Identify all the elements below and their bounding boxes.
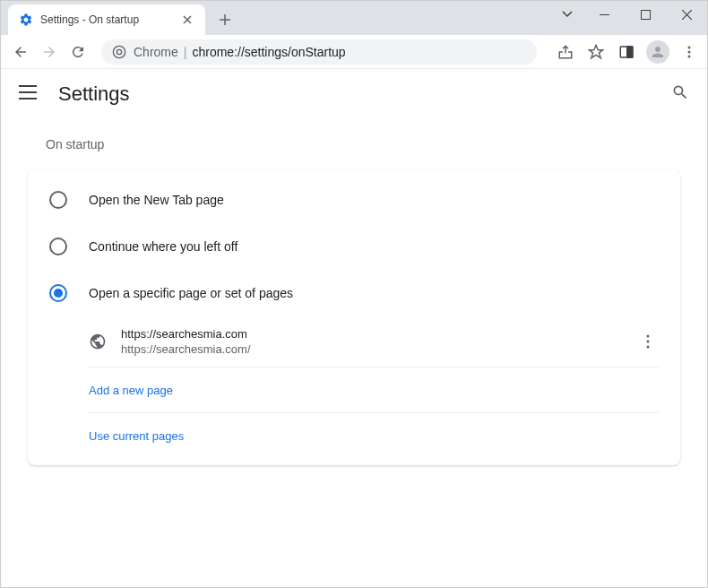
svg-rect-1: [641, 10, 650, 19]
chrome-icon: [112, 45, 126, 59]
hamburger-menu-icon[interactable]: [19, 85, 40, 103]
page-title: Settings: [58, 82, 130, 106]
startup-card: Open the New Tab page Continue where you…: [28, 169, 680, 465]
settings-gear-icon: [19, 13, 33, 27]
svg-point-10: [647, 341, 650, 343]
radio-icon: [49, 191, 67, 209]
use-current-row: Use current pages: [89, 413, 659, 458]
globe-icon: [89, 333, 107, 350]
maximize-button[interactable]: [625, 1, 666, 28]
window-titlebar: Settings - On startup: [1, 1, 707, 35]
forward-button[interactable]: [37, 39, 62, 65]
browser-tab[interactable]: Settings - On startup: [8, 4, 205, 35]
page-title-text: https://searchesmia.com: [121, 327, 623, 341]
add-page-row: Add a new page: [89, 368, 659, 413]
radio-label: Open the New Tab page: [89, 193, 224, 207]
startup-page-item: https://searchesmia.com https://searches…: [89, 316, 659, 368]
section-title: On startup: [28, 137, 680, 151]
radio-label: Continue where you left off: [89, 239, 237, 254]
page-info: https://searchesmia.com https://searches…: [121, 327, 623, 356]
page-url: https://searchesmia.com/: [121, 342, 623, 356]
window-controls: [551, 1, 707, 28]
browser-toolbar: Chrome|chrome://settings/onStartup: [1, 35, 707, 69]
svg-point-6: [688, 46, 691, 48]
radio-new-tab[interactable]: Open the New Tab page: [28, 177, 680, 223]
svg-point-3: [117, 49, 121, 54]
radio-icon: [49, 284, 67, 302]
toolbar-actions: [555, 40, 700, 64]
radio-icon: [49, 238, 67, 255]
tab-title: Settings - On startup: [40, 13, 173, 26]
side-panel-icon[interactable]: [616, 41, 637, 63]
settings-header: Settings: [1, 69, 707, 119]
close-button[interactable]: [666, 1, 707, 28]
share-icon[interactable]: [555, 41, 576, 63]
radio-label: Open a specific page or set of pages: [89, 286, 293, 300]
search-icon[interactable]: [671, 83, 689, 105]
back-button[interactable]: [8, 39, 33, 65]
svg-point-11: [647, 346, 650, 349]
radio-continue[interactable]: Continue where you left off: [28, 223, 680, 270]
tab-close-icon[interactable]: [180, 13, 194, 27]
minimize-button[interactable]: [583, 1, 625, 28]
use-current-link[interactable]: Use current pages: [89, 429, 184, 443]
bookmark-icon[interactable]: [585, 41, 607, 63]
settings-content: On startup Open the New Tab page Continu…: [1, 119, 707, 483]
add-page-link[interactable]: Add a new page: [89, 384, 173, 397]
svg-point-9: [647, 335, 650, 338]
reload-button[interactable]: [65, 39, 91, 65]
svg-rect-0: [600, 14, 609, 15]
new-tab-button[interactable]: [212, 7, 237, 32]
startup-pages-list: https://searchesmia.com https://searches…: [28, 316, 680, 458]
svg-point-2: [113, 46, 125, 57]
radio-specific-pages[interactable]: Open a specific page or set of pages: [28, 270, 680, 316]
tab-search-icon[interactable]: [551, 1, 583, 28]
menu-icon[interactable]: [678, 41, 700, 63]
url-text: Chrome|chrome://settings/onStartup: [134, 45, 346, 59]
more-options-icon[interactable]: [637, 334, 659, 349]
address-bar[interactable]: Chrome|chrome://settings/onStartup: [101, 39, 537, 65]
profile-avatar[interactable]: [646, 40, 669, 64]
svg-point-7: [688, 50, 691, 53]
svg-point-8: [688, 55, 691, 57]
svg-rect-5: [627, 47, 633, 57]
